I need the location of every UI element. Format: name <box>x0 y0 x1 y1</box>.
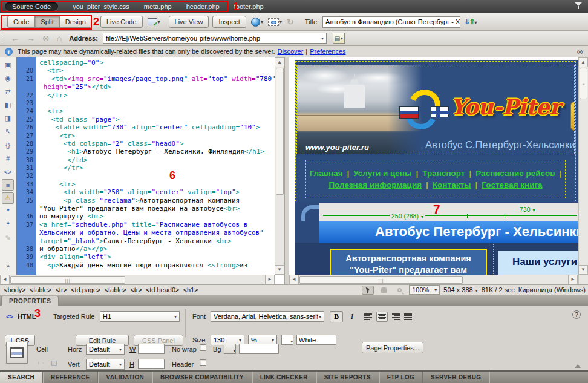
forward-icon[interactable]: → <box>27 33 35 43</box>
visual-aids-icon[interactable]: ▾ <box>268 18 282 26</box>
design-view-button[interactable]: Design <box>59 16 92 28</box>
scroll-up-icon[interactable]: ▲ <box>275 57 284 67</box>
file-management-icon[interactable]: ⇓⇑▾ <box>464 18 477 26</box>
balance-braces-icon[interactable]: {} <box>2 139 14 151</box>
related-file-tab[interactable]: footer.php <box>234 3 264 10</box>
scroll-down-icon[interactable]: ▼ <box>275 265 284 275</box>
collapse-full-tag-icon[interactable]: ⇄ <box>2 86 14 97</box>
table-width-line-outer[interactable]: 730 ▾ <box>319 209 578 209</box>
results-tab-ftp-log[interactable]: FTP LOG <box>379 372 423 383</box>
scroll-right-icon[interactable]: ► <box>568 275 578 284</box>
inspect-button[interactable]: Inspect <box>212 16 246 28</box>
select-parent-tag-icon[interactable]: ↖ <box>2 126 14 137</box>
code-vertical-scrollbar[interactable]: ▲ ▼ <box>275 57 284 275</box>
hand-tool-icon[interactable] <box>377 286 390 295</box>
apply-comment-icon[interactable]: ❞ <box>2 206 14 217</box>
bg-color-input[interactable] <box>239 344 279 354</box>
nav-link[interactable]: Главная <box>310 169 343 178</box>
syntax-error-alerts-icon[interactable]: ⚠ <box>2 192 14 204</box>
code-horizontal-scrollbar[interactable]: ◄ ||| ► <box>0 275 275 284</box>
filter-icon[interactable] <box>575 2 583 11</box>
results-tab-reference[interactable]: REFERENCE <box>43 372 98 383</box>
tag-selector-item[interactable]: <tr> <box>130 286 142 293</box>
back-icon[interactable]: ← <box>11 33 19 43</box>
live-view-button[interactable]: Live View <box>169 16 209 28</box>
tag-selector-item[interactable]: <body> <box>4 286 26 293</box>
nav-link[interactable]: Гостевая книга <box>482 180 542 189</box>
scroll-left-icon[interactable]: ◄ <box>289 275 299 284</box>
source-code-tab[interactable]: Source Code <box>5 2 58 11</box>
remove-comment-icon[interactable]: ❝ <box>2 219 14 231</box>
scrollbar-thumb[interactable] <box>276 68 284 195</box>
scroll-down-icon[interactable]: ▼ <box>578 265 588 275</box>
more-icon[interactable]: » <box>2 260 14 271</box>
scrollbar-thumb[interactable]: ||| <box>10 276 125 284</box>
cell-height-input[interactable] <box>138 359 165 369</box>
tag-selector-item[interactable]: <h1> <box>183 286 198 293</box>
related-file-tab[interactable]: you_piter_style.css <box>73 3 129 10</box>
nav-link[interactable]: Контакты <box>433 180 471 189</box>
tag-selector-item[interactable]: <tr> <box>55 286 67 293</box>
split-cell-icon[interactable]: ◫ <box>51 359 57 367</box>
promo-box[interactable]: Автотранспортная компания "You-Piter" пр… <box>330 249 487 275</box>
stop-icon[interactable]: ⊗ <box>42 33 50 43</box>
preview-in-browser-icon[interactable]: ▾ <box>251 18 263 27</box>
bold-button[interactable]: B <box>330 311 343 322</box>
panel-collapse-icon[interactable] <box>575 364 581 368</box>
text-color-input[interactable]: White <box>296 335 336 345</box>
page-heading-bar[interactable]: Автобус Петербург - Хельсинки <box>319 221 578 243</box>
nav-link[interactable]: Транспорт <box>422 169 465 178</box>
results-tab-browser-compatibility[interactable]: BROWSER COMPATIBILITY <box>152 372 252 383</box>
preferences-link[interactable]: Preferences <box>310 48 345 55</box>
design-horizontal-scrollbar[interactable]: ◄ ||| ► <box>289 275 578 284</box>
tag-selector-item[interactable]: <td.head0> <box>146 286 180 293</box>
nav-link[interactable]: Полезная информация <box>328 180 422 189</box>
no-wrap-checkbox[interactable] <box>200 344 206 351</box>
page-header-table[interactable]: You-Piter Автобус С.Петербург-Хельсинки … <box>295 61 576 201</box>
text-color-swatch[interactable]: ▾ <box>281 335 293 345</box>
tag-selector-item[interactable]: <table> <box>30 286 52 293</box>
align-left-icon[interactable] <box>363 312 374 322</box>
code-view-button[interactable]: Code <box>7 16 35 28</box>
zoom-tool-icon[interactable] <box>393 286 405 295</box>
font-select[interactable]: Verdana, Arial, Helvetica, sans-serif▾ <box>211 311 324 322</box>
window-size-select[interactable]: 504 x 388 ▾ <box>443 286 477 293</box>
split-view-divider[interactable] <box>284 57 289 284</box>
results-tab-validation[interactable]: VALIDATION <box>98 372 152 383</box>
column-width-menu[interactable]: 250 (288) ▾ <box>390 212 425 220</box>
results-tab-search[interactable]: SEARCH <box>0 372 43 383</box>
targeted-rule-select[interactable]: H1▾ <box>100 311 180 322</box>
align-justify-icon[interactable] <box>403 312 414 322</box>
open-documents-icon[interactable]: ▣ <box>2 59 14 71</box>
site-banner[interactable]: You-Piter Автобус С.Петербург-Хельсинки … <box>296 65 575 154</box>
related-file-tab[interactable]: header.php <box>186 3 220 10</box>
nav-link[interactable]: Расписание рейсов <box>475 169 555 178</box>
word-wrap-icon[interactable]: ≡ <box>2 179 14 191</box>
line-numbers-icon[interactable]: # <box>2 152 14 164</box>
tag-selector-item[interactable]: <td.page> <box>71 286 101 293</box>
live-code-button[interactable]: Live Code <box>100 16 143 28</box>
align-right-icon[interactable] <box>390 312 401 322</box>
address-input[interactable]: file:///E|/WebServers/home/you-piter/www… <box>103 33 327 44</box>
discover-link[interactable]: Discover <box>278 48 304 55</box>
highlight-invalid-code-icon[interactable]: <> <box>2 166 14 177</box>
design-vertical-scrollbar[interactable]: ▲ ≡ ▼ <box>578 57 588 284</box>
scroll-up-icon[interactable]: ▲ <box>578 57 588 67</box>
design-canvas[interactable]: You-Piter Автобус С.Петербург-Хельсинки … <box>289 57 578 275</box>
expand-all-icon[interactable]: ◨ <box>2 113 14 124</box>
results-tab-server-debug[interactable]: SERVER DEBUG <box>423 372 489 383</box>
select-tool-icon[interactable] <box>362 286 374 295</box>
format-source-code-icon[interactable]: ✎ <box>2 232 14 244</box>
split-view-button[interactable]: Split <box>34 16 59 28</box>
view-options-icon[interactable]: ▤▾ <box>333 33 345 44</box>
page-properties-button[interactable]: Page Properties... <box>362 342 423 353</box>
scroll-right-icon[interactable]: ► <box>265 275 275 284</box>
cell-width-input[interactable] <box>138 344 165 354</box>
check-browser-compatibility-icon[interactable]: ✓▾ <box>148 18 160 25</box>
results-tab-link-checker[interactable]: LINK CHECKER <box>252 372 316 383</box>
nav-link[interactable]: Услуги и цены <box>353 169 411 178</box>
table-width-menu[interactable]: 730 ▾ <box>518 206 537 213</box>
results-tab-site-reports[interactable]: SITE REPORTS <box>316 372 379 383</box>
home-icon[interactable]: ⌂ <box>57 33 62 43</box>
scrollbar-thumb[interactable]: ≡ <box>580 68 587 99</box>
